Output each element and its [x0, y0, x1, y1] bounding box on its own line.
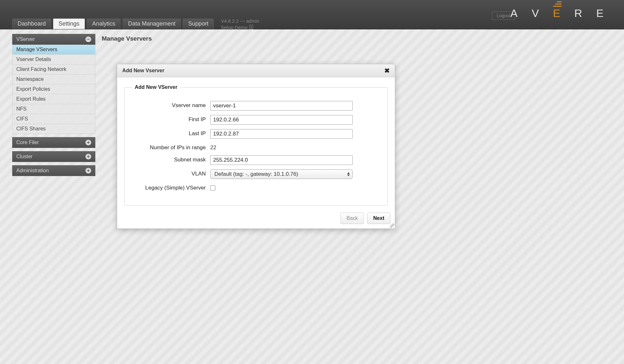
sidebar-section-label: Administration [16, 168, 49, 174]
back-button[interactable]: Back [340, 213, 364, 224]
expand-icon: + [85, 154, 91, 159]
sidebar-section-cluster[interactable]: Cluster + [12, 151, 95, 162]
add-vserver-dialog: Add New Vserver ✖ Add New VServer Vserve… [117, 64, 395, 229]
tab-data-management[interactable]: Data Management [123, 19, 181, 29]
first-ip-input[interactable] [210, 115, 353, 125]
collapse-icon: − [85, 36, 91, 42]
sidebar-item-cifs[interactable]: CIFS [12, 114, 95, 124]
vlan-label: VLAN [132, 169, 206, 177]
document-icon [249, 25, 253, 29]
resize-grip-icon[interactable] [390, 223, 394, 228]
tab-analytics[interactable]: Analytics [87, 19, 121, 29]
sidebar-section-core-filer[interactable]: Core Filer + [12, 137, 95, 148]
sidebar: VServer − Manage VServers Vserver Detail… [12, 34, 95, 176]
setup-demo-label: Setup Demo [221, 24, 247, 31]
last-ip-label: Last IP [132, 129, 206, 137]
main-nav-tabs: Dashboard Settings Analytics Data Manage… [12, 19, 214, 29]
subnet-mask-label: Subnet mask [132, 155, 206, 163]
avere-logo: A V E R E [510, 7, 612, 19]
next-button[interactable]: Next [367, 213, 390, 224]
topbar: Dashboard Settings Analytics Data Manage… [0, 0, 624, 29]
logo-letter: V [532, 7, 547, 19]
close-icon[interactable]: ✖ [384, 67, 390, 74]
sidebar-section-vserver[interactable]: VServer − [12, 34, 95, 45]
logo-bars-icon [553, 1, 562, 7]
tab-settings[interactable]: Settings [53, 19, 85, 29]
sidebar-section-administration[interactable]: Administration + [12, 165, 95, 176]
version-block: V4.8.2.2 --- admin Setup Demo [221, 18, 259, 30]
logo-letter: R [574, 7, 591, 19]
page-title: Manage Vservers [102, 35, 624, 42]
fieldset-legend: Add New VServer [132, 84, 180, 90]
vlan-selected-text: Default (tag: -, gateway: 10.1.0.76) [214, 171, 298, 177]
sidebar-section-label: Cluster [16, 154, 33, 159]
dialog-footer: Back Next [117, 209, 395, 228]
version-text: V4.8.2.2 --- admin [221, 18, 259, 24]
sidebar-item-namespace[interactable]: Namespace [12, 74, 95, 84]
first-ip-label: First IP [132, 115, 206, 123]
add-vserver-fieldset: Add New VServer Vserver name First IP La… [124, 84, 388, 205]
tab-dashboard[interactable]: Dashboard [12, 19, 51, 29]
legacy-vserver-checkbox[interactable] [210, 185, 215, 190]
vserver-name-input[interactable] [210, 101, 353, 111]
logo-letter: E [596, 7, 612, 19]
sidebar-item-manage-vservers[interactable]: Manage VServers [12, 45, 95, 55]
select-caret-icon [347, 172, 350, 176]
setup-demo-link[interactable]: Setup Demo [221, 24, 253, 31]
dialog-titlebar: Add New Vserver ✖ [117, 64, 395, 77]
expand-icon: + [85, 168, 91, 174]
sidebar-item-nfs[interactable]: NFS [12, 104, 95, 114]
tab-support[interactable]: Support [183, 19, 214, 29]
logo-letter-accent: E [553, 7, 569, 19]
content-area: Manage Vservers [101, 34, 624, 42]
last-ip-input[interactable] [210, 129, 353, 139]
sidebar-item-export-rules[interactable]: Export Rules [12, 94, 95, 104]
vlan-select[interactable]: Default (tag: -, gateway: 10.1.0.76) [210, 169, 353, 179]
num-ips-label: Number of IPs in range [132, 143, 206, 151]
num-ips-value: 22 [210, 143, 380, 151]
sidebar-section-label: Core Filer [16, 140, 39, 145]
expand-icon: + [85, 140, 91, 145]
sidebar-item-cifs-shares[interactable]: CIFS Shares [12, 124, 95, 134]
subnet-mask-input[interactable] [210, 155, 353, 165]
sidebar-item-client-facing-network[interactable]: Client Facing Network [12, 65, 95, 74]
legacy-vserver-label: Legacy (Simple) VServer [132, 183, 206, 191]
vserver-name-label: Vserver name [132, 101, 206, 109]
sidebar-item-export-policies[interactable]: Export Policies [12, 84, 95, 94]
sidebar-item-vserver-details[interactable]: Vserver Details [12, 55, 95, 65]
sidebar-section-label: VServer [16, 36, 35, 42]
logo-letter: A [510, 7, 526, 19]
sidebar-section-vserver-items: Manage VServers Vserver Details Client F… [12, 45, 95, 134]
dialog-body: Add New VServer Vserver name First IP La… [117, 77, 395, 209]
dialog-title-text: Add New Vserver [122, 68, 164, 74]
